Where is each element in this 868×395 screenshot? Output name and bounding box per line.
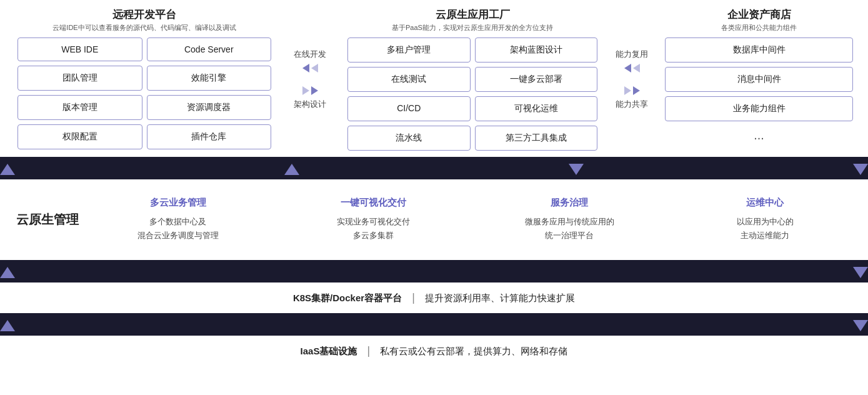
divider-2: [0, 262, 868, 282]
triangle-up-2: [284, 164, 299, 175]
list-item: 在线测试: [347, 67, 471, 92]
arrows-left-row: [302, 64, 318, 72]
arrow-bottom-label: 架构设计: [294, 99, 326, 110]
top-section: 远程开发平台 云端IDE中可以查看服务的源代码、代码编写、编译以及调试 WEB …: [0, 0, 868, 159]
middle-section: 云原生管理 多云业务管理 多个数据中心及混合云业务调度与管理 一键可视化交付 实…: [0, 179, 868, 262]
triangle-up-1: [0, 164, 15, 175]
list-item: 架构蓝图设计: [475, 38, 598, 62]
k8s-section: K8S集群/Docker容器平台 | 提升资源利用率、计算能力快速扩展: [0, 282, 868, 316]
list-item: 流水线: [347, 126, 471, 151]
factory-block: 云原生应用工厂 基于PaaS能力，实现对云原生应用开发的全方位支持 多租户管理 …: [341, 8, 604, 151]
list-item: 第三方工具集成: [475, 126, 598, 151]
triangle-up-3: [0, 267, 15, 278]
arrow-right-top-label: 能力复用: [616, 49, 648, 60]
mgmt-card-3: 运维中心 以应用为中心的主动运维能力: [672, 191, 858, 249]
triangle-down-3: [853, 267, 868, 278]
arrow-right2-light-icon: [624, 86, 631, 95]
triangle-down-1: [569, 164, 584, 175]
list-item: 一键多云部署: [475, 67, 598, 92]
mgmt-card-3-desc: 以应用为中心的主动运维能力: [677, 215, 853, 242]
list-item: 消息中间件: [665, 67, 853, 92]
list-item: 可视化运维: [475, 96, 598, 121]
right-arrow-block: 能力复用 能力共享: [604, 8, 660, 151]
list-item: CI/CD: [347, 96, 471, 121]
arrows-right-row2: [624, 86, 640, 95]
mgmt-card-2: 服务治理 微服务应用与传统应用的统一治理平台: [477, 191, 662, 249]
mgmt-card-1: 一键可视化交付 实现业务可视化交付多云多集群: [281, 191, 466, 249]
iaas-desc: 私有云或公有云部署，提供算力、网络和存储: [380, 346, 567, 356]
iaas-separator: |: [367, 344, 371, 357]
list-item: 多租户管理: [347, 38, 471, 62]
arrow-left-icon: [302, 64, 309, 72]
mgmt-card-0-desc: 多个数据中心及混合云业务调度与管理: [90, 215, 266, 242]
arrow-top-label: 在线开发: [294, 49, 326, 60]
iaas-title: IaaS基础设施: [301, 346, 357, 356]
mgmt-card-1-title: 一键可视化交付: [286, 197, 461, 209]
mgmt-card-2-title: 服务治理: [482, 197, 657, 209]
store-title: 企业资产商店: [665, 8, 853, 22]
store-block: 企业资产商店 各类应用和公共能力组件 数据库中间件 消息中间件 业务能力组件 .…: [660, 8, 858, 151]
mgmt-card-3-title: 运维中心: [677, 197, 853, 209]
list-item: 业务能力组件: [665, 96, 853, 121]
arrow-right-light-icon: [302, 86, 309, 95]
list-item: 数据库中间件: [665, 38, 853, 62]
divider-1: [0, 159, 868, 179]
center-arrow-block: 在线开发 架构设计: [279, 8, 341, 151]
mgmt-card-0-title: 多云业务管理: [90, 197, 266, 209]
iaas-section: IaaS基础设施 | 私有云或公有云部署，提供算力、网络和存储: [0, 336, 868, 366]
list-item: 权限配置: [17, 124, 142, 149]
arrow-right-bottom-label: 能力共享: [616, 99, 648, 110]
arrow-left2-light-icon: [633, 64, 640, 72]
list-item: 团队管理: [17, 66, 142, 91]
divider-3: [0, 316, 868, 336]
arrows-left-row2: [624, 64, 640, 72]
remote-dev-subtitle: 云端IDE中可以查看服务的源代码、代码编写、编译以及调试: [17, 23, 271, 32]
triangle-down-4: [853, 320, 868, 331]
list-item: 版本管理: [17, 95, 142, 120]
factory-title: 云原生应用工厂: [347, 8, 597, 22]
store-subtitle: 各类应用和公共能力组件: [665, 23, 853, 32]
k8s-separator: |: [412, 291, 415, 304]
k8s-desc: 提升资源利用率、计算能力快速扩展: [425, 292, 575, 303]
list-item: Code Server: [147, 38, 272, 61]
remote-dev-block: 远程开发平台 云端IDE中可以查看服务的源代码、代码编写、编译以及调试 WEB …: [10, 8, 279, 151]
mgmt-card-2-desc: 微服务应用与传统应用的统一治理平台: [482, 215, 657, 242]
arrows-right-row: [302, 86, 318, 95]
arrow-right2-icon: [633, 86, 640, 95]
factory-grid: 多租户管理 架构蓝图设计 在线测试 一键多云部署 CI/CD 可视化运维 流水线…: [347, 38, 597, 151]
list-item-dots: ...: [665, 126, 853, 145]
k8s-title: K8S集群/Docker容器平台: [293, 292, 402, 303]
list-item: 资源调度器: [147, 95, 272, 120]
remote-dev-title: 远程开发平台: [17, 8, 271, 22]
mgmt-cards: 多云业务管理 多个数据中心及混合云业务调度与管理 一键可视化交付 实现业务可视化…: [85, 191, 858, 249]
remote-dev-grid: WEB IDE Code Server 团队管理 效能引擎 版本管理 资源调度器…: [17, 38, 271, 149]
factory-subtitle: 基于PaaS能力，实现对云原生应用开发的全方位支持: [347, 23, 597, 32]
mgmt-card-0: 多云业务管理 多个数据中心及混合云业务调度与管理: [85, 191, 271, 249]
triangle-up-4: [0, 320, 15, 331]
arrow-left2-icon: [624, 64, 631, 72]
list-item: 插件仓库: [147, 124, 272, 149]
triangle-down-2: [853, 164, 868, 175]
arrow-right-icon: [311, 86, 318, 95]
list-item: WEB IDE: [17, 38, 142, 61]
cloud-native-label: 云原生管理: [10, 211, 85, 228]
arrow-left-light-icon: [311, 64, 318, 72]
mgmt-card-1-desc: 实现业务可视化交付多云多集群: [286, 215, 461, 242]
store-grid: 数据库中间件 消息中间件 业务能力组件 ...: [665, 38, 853, 145]
list-item: 效能引擎: [147, 66, 272, 91]
